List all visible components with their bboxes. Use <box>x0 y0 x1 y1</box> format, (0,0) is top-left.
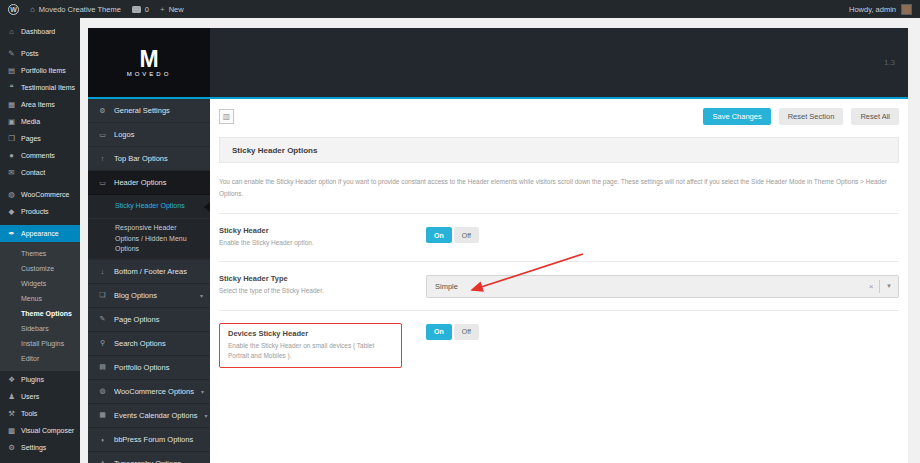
theme-version: 1.3 <box>884 58 908 67</box>
chevron-down-icon[interactable]: ▾ <box>880 282 898 290</box>
collapse-panel-button[interactable]: ▥ <box>219 109 234 124</box>
wordpress-logo-icon: W <box>8 4 19 15</box>
products-icon: ◆ <box>7 207 16 216</box>
visual-composer-icon: ▩ <box>7 426 16 435</box>
toggle-off-button[interactable]: Off <box>454 324 479 340</box>
comments-shortcut[interactable]: 0 <box>132 0 149 18</box>
submenu-item-theme-options[interactable]: Theme Options <box>21 306 80 321</box>
reset-all-button[interactable]: Reset All <box>851 108 899 125</box>
reset-section-button[interactable]: Reset Section <box>779 108 844 125</box>
nav-label: Events Calendar Options <box>114 411 197 420</box>
appearance-submenu: Themes Customize Widgets Menus Theme Opt… <box>0 242 80 371</box>
submenu-item-widgets[interactable]: Widgets <box>21 276 80 291</box>
sidebar-item-portfolio-items[interactable]: ▤ Portfolio Items <box>0 62 80 79</box>
submenu-item-sidebars[interactable]: Sidebars <box>21 321 80 336</box>
header-options-icon: ▭ <box>98 179 107 187</box>
setting-description: Enable the Sticky Header option. <box>219 238 426 248</box>
sidebar-item-comments[interactable]: ● Comments <box>0 147 80 164</box>
sidebar-item-contact[interactable]: ✉ Contact <box>0 164 80 181</box>
nav-label: Portfolio Options <box>114 363 169 372</box>
chevron-down-icon: ▾ <box>204 412 207 419</box>
sidebar-item-plugins[interactable]: ❖ Plugins <box>0 371 80 388</box>
nav-woocommerce-options[interactable]: ◍ WooCommerce Options ▾ <box>88 380 210 404</box>
sidebar-item-settings[interactable]: ⚙ Settings <box>0 439 80 456</box>
submenu-item-menus[interactable]: Menus <box>21 291 80 306</box>
sidebar-item-appearance[interactable]: ✒ Appearance <box>0 225 80 242</box>
nav-logos[interactable]: ▭ Logos <box>88 123 210 147</box>
user-avatar[interactable] <box>901 4 912 15</box>
sidebar-item-label: Contact <box>21 169 45 176</box>
nav-header-options[interactable]: ▭ Header Options <box>88 171 210 195</box>
submenu-item-themes[interactable]: Themes <box>21 246 80 261</box>
sidebar-item-media[interactable]: ▣ Media <box>0 113 80 130</box>
sidebar-item-label: Comments <box>21 152 55 159</box>
panel-toggle-icon: ▥ <box>223 112 231 121</box>
settings-content: ▥ Save Changes Reset Section Reset All S… <box>210 99 908 463</box>
new-content-menu[interactable]: + New <box>160 0 184 18</box>
nav-label: bbPress Forum Options <box>114 435 193 444</box>
submenu-item-editor[interactable]: Editor <box>21 351 80 366</box>
tools-icon: ⚒ <box>7 409 16 418</box>
clear-selection-icon[interactable]: × <box>863 282 879 291</box>
setting-title: Sticky Header Type <box>219 274 426 283</box>
sidebar-item-testimonial-items[interactable]: ❝ Testimonial Items <box>0 79 80 96</box>
site-link[interactable]: ⌂ Movedo Creative Theme <box>30 0 121 18</box>
nav-bbpress-forum-options[interactable]: ◗ bbPress Forum Options <box>88 428 210 452</box>
nav-events-calendar-options[interactable]: ▦ Events Calendar Options ▾ <box>88 404 210 428</box>
nav-label: Typography Options <box>114 459 181 463</box>
sidebar-item-label: WooCommerce <box>21 191 70 198</box>
nav-sticky-header-options[interactable]: Sticky Header Options <box>88 195 210 219</box>
nav-page-options[interactable]: ✎ Page Options <box>88 308 210 332</box>
sidebar-item-pages[interactable]: ❐ Pages <box>0 130 80 147</box>
nav-label: Page Options <box>114 315 159 324</box>
red-highlight-box: Devices Sticky Header Enable the Sticky … <box>219 323 402 368</box>
nav-general-settings[interactable]: ⚙ General Settings <box>88 99 210 123</box>
pages-icon: ❐ <box>7 134 16 143</box>
nav-bottom-footer-areas[interactable]: ↓ Bottom / Footer Areas <box>88 260 210 284</box>
area-items-icon: ▦ <box>7 100 16 109</box>
users-icon: ♟ <box>7 392 16 401</box>
nav-blog-options[interactable]: ❏ Blog Options ▾ <box>88 284 210 308</box>
theme-options-nav: ⚙ General Settings ▭ Logos ↑ Top Bar Opt… <box>88 99 210 463</box>
sidebar-item-dashboard[interactable]: ⌂ Dashboard <box>0 23 80 40</box>
sticky-header-type-select[interactable]: Simple × ▾ <box>426 275 899 298</box>
submenu-item-install-plugins[interactable]: Install Plugins <box>21 336 80 351</box>
admin-bar: W ⌂ Movedo Creative Theme 0 + New Howdy,… <box>0 0 920 18</box>
search-options-icon: ⚲ <box>98 339 107 347</box>
sidebar-item-posts[interactable]: ✎ Posts <box>0 45 80 62</box>
top-bar-icon: ↑ <box>98 155 107 162</box>
toggle-on-button[interactable]: On <box>426 227 452 243</box>
portfolio-icon: ▤ <box>7 66 16 75</box>
save-changes-button[interactable]: Save Changes <box>703 108 770 125</box>
sidebar-item-visual-composer[interactable]: ▩ Visual Composer <box>0 422 80 439</box>
sidebar-item-users[interactable]: ♟ Users <box>0 388 80 405</box>
sidebar-item-products[interactable]: ◆ Products <box>0 203 80 220</box>
wordpress-logo-menu[interactable]: W <box>8 0 19 18</box>
bbpress-icon: ◗ <box>98 436 107 443</box>
sidebar-item-label: Appearance <box>21 230 59 237</box>
nav-label: Top Bar Options <box>114 154 168 163</box>
sidebar-item-tools[interactable]: ⚒ Tools <box>0 405 80 422</box>
nav-portfolio-options[interactable]: ▤ Portfolio Options <box>88 356 210 380</box>
sidebar-item-area-items[interactable]: ▦ Area Items <box>0 96 80 113</box>
wp-admin-sidebar: ⌂ Dashboard ✎ Posts ▤ Portfolio Items ❝ … <box>0 18 80 463</box>
chevron-down-icon: ▾ <box>200 292 203 299</box>
nav-search-options[interactable]: ⚲ Search Options <box>88 332 210 356</box>
sidebar-item-label: Users <box>21 393 39 400</box>
sidebar-item-label: Posts <box>21 50 39 57</box>
toggle-on-button[interactable]: On <box>426 324 452 340</box>
logos-icon: ▭ <box>98 131 107 139</box>
nav-responsive-header-options[interactable]: Responsive Header Options / Hidden Menu … <box>88 219 210 260</box>
general-settings-icon: ⚙ <box>98 107 107 115</box>
nav-typography-options[interactable]: A Typography Options ▾ <box>88 452 210 463</box>
select-value: Simple <box>427 282 863 291</box>
toggle-off-button[interactable]: Off <box>454 227 479 243</box>
submenu-item-customize[interactable]: Customize <box>21 261 80 276</box>
chevron-down-icon: ▾ <box>201 388 204 395</box>
sidebar-item-woocommerce[interactable]: ◍ WooCommerce <box>0 186 80 203</box>
woocommerce-icon: ◍ <box>7 190 16 199</box>
dashboard-icon: ⌂ <box>7 27 16 36</box>
sidebar-item-label: Dashboard <box>21 28 55 35</box>
nav-top-bar-options[interactable]: ↑ Top Bar Options <box>88 147 210 171</box>
howdy-admin[interactable]: Howdy, admin <box>849 5 896 14</box>
